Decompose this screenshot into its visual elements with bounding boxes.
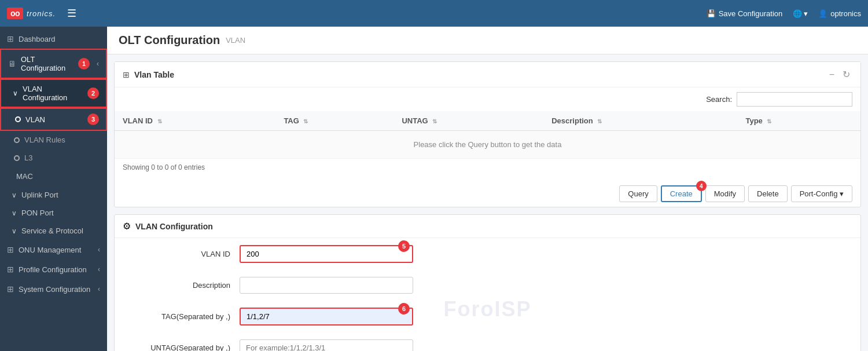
sidebar-label-service-protocol: Service & Protocol (21, 226, 83, 235)
monitor-icon: 🖥 (8, 59, 16, 68)
language-selector[interactable]: 🌐 ▾ (793, 9, 808, 18)
sidebar-item-profile-config[interactable]: ⊞ Profile Configuration ‹ (0, 259, 107, 279)
minimize-panel-button[interactable]: − (827, 68, 837, 81)
sidebar-label-dashboard: Dashboard (19, 35, 56, 43)
vlan-table-panel: ⊞ Vlan Table − ↻ Search: VLAN (114, 61, 861, 207)
sort-icon-tag[interactable]: ⇅ (303, 118, 308, 125)
delete-button[interactable]: Delete (748, 185, 788, 202)
sidebar-label-vlan-config-group: VLAN Configuration (23, 85, 83, 102)
sidebar-label-uplink-port: Uplink Port (21, 191, 58, 199)
sort-icon-type[interactable]: ⇅ (767, 118, 771, 125)
sort-icon-description[interactable]: ⇅ (597, 118, 602, 125)
step-badge-6: 6 (398, 303, 410, 315)
user-icon: 👤 (818, 9, 827, 18)
sort-icon-untag[interactable]: ⇅ (432, 118, 437, 125)
step-badge-4: 4 (696, 181, 707, 191)
sidebar-item-vlan-config-group[interactable]: ∨ VLAN Configuration 2 (0, 79, 107, 108)
sidebar-item-mac[interactable]: MAC (0, 167, 107, 186)
sidebar-item-vlan[interactable]: VLAN 3 (0, 108, 107, 131)
untag-input[interactable] (240, 339, 413, 351)
sidebar-label-l3: L3 (24, 153, 32, 162)
sidebar-item-onu-management[interactable]: ⊞ ONU Management ‹ (0, 240, 107, 259)
vlan-config-icon: ⚙ (123, 221, 131, 232)
table-empty-message: Please click the Query button to get the… (115, 131, 860, 159)
system-arrow: ‹ (98, 285, 100, 293)
sidebar-label-onu-management: ONU Management (19, 246, 81, 254)
chevron-pon-icon: ∨ (12, 209, 17, 217)
username-label: optronics (830, 9, 861, 18)
navbar: oo tronics. ☰ 💾 Save Configuration 🌐 ▾ 👤… (0, 0, 868, 27)
description-row: Description (115, 270, 860, 301)
vlan-bullet (15, 116, 21, 122)
step-badge-3: 3 (87, 114, 99, 125)
col-header-description: Description ⇅ (543, 111, 737, 131)
user-menu[interactable]: 👤 optronics (818, 9, 861, 18)
create-button[interactable]: Create 4 (661, 185, 702, 202)
sidebar-item-olt-config[interactable]: 🖥 OLT Configuration 1 ‹ (0, 49, 107, 79)
sidebar-item-dashboard[interactable]: ⊞ Dashboard (0, 29, 107, 49)
olt-config-arrow: ‹ (97, 60, 99, 68)
vlan-config-panel-header: ⚙ VLAN Configuration (115, 215, 860, 238)
save-config-button[interactable]: 💾 Save Configuration (707, 9, 783, 18)
modify-button[interactable]: Modify (705, 185, 745, 202)
col-header-tag: TAG ⇅ (275, 111, 393, 131)
step-badge-5: 5 (398, 240, 410, 252)
tag-label: TAG(Separated by ,) (126, 312, 230, 321)
vlan-id-row: VLAN ID 5 (115, 238, 860, 270)
vlan-config-panel: ⚙ VLAN Configuration ForoISP VLAN ID 5 D… (114, 214, 861, 351)
tag-input[interactable] (240, 308, 413, 326)
table-icon: ⊞ (123, 70, 130, 79)
search-label: Search: (706, 95, 732, 104)
vlan-config-title: VLAN Configuration (135, 222, 213, 231)
onu-icon: ⊞ (7, 245, 14, 254)
hamburger-menu[interactable]: ☰ (67, 7, 76, 20)
sidebar-item-pon-port[interactable]: ∨ PON Port (0, 204, 107, 222)
sidebar-item-l3[interactable]: L3 (0, 149, 107, 167)
vlan-rules-bullet (14, 137, 20, 143)
col-header-vlan-id: VLAN ID ⇅ (115, 111, 275, 131)
search-input[interactable] (737, 92, 852, 107)
lang-arrow: ▾ (804, 9, 808, 18)
refresh-panel-button[interactable]: ↻ (840, 68, 852, 81)
step-badge-1: 1 (78, 58, 90, 70)
description-input[interactable] (240, 277, 413, 294)
sidebar-item-vlan-rules[interactable]: VLAN Rules (0, 131, 107, 149)
step-badge-2: 2 (87, 87, 99, 99)
vlan-id-input[interactable] (240, 245, 413, 263)
vlan-table-panel-header: ⊞ Vlan Table − ↻ (115, 62, 860, 87)
chevron-service-icon: ∨ (12, 227, 17, 235)
sort-icon-vlan-id[interactable]: ⇅ (157, 118, 162, 125)
sidebar-label-pon-port: PON Port (21, 209, 54, 217)
port-config-button[interactable]: Port-Config ▾ (791, 185, 852, 202)
page-title: OLT Configuration (119, 34, 220, 47)
logo-text: oo (7, 8, 23, 19)
save-icon: 💾 (707, 9, 716, 18)
chevron-down-icon: ∨ (13, 89, 18, 97)
description-label: Description (126, 281, 230, 290)
l3-bullet (14, 155, 20, 161)
main-layout: ⊞ Dashboard 🖥 OLT Configuration 1 ‹ ∨ VL… (0, 27, 868, 351)
vlan-table-panel-title: Vlan Table (134, 70, 822, 79)
globe-icon: 🌐 (793, 9, 802, 18)
dashboard-icon: ⊞ (7, 34, 14, 43)
action-buttons: Query Create 4 Modify Delete Port-Config… (115, 181, 860, 207)
profile-arrow: ‹ (98, 265, 100, 273)
page-subtitle: VLAN (226, 36, 245, 45)
col-header-untag: UNTAG ⇅ (393, 111, 543, 131)
col-header-type: Type ⇅ (737, 111, 860, 131)
sidebar-label-vlan-rules: VLAN Rules (24, 136, 65, 144)
query-button[interactable]: Query (619, 185, 657, 202)
sidebar-item-service-protocol[interactable]: ∨ Service & Protocol (0, 222, 107, 240)
showing-entries: Showing 0 to 0 of 0 entries (115, 159, 860, 176)
search-row: Search: (115, 87, 860, 111)
untag-label: UNTAG(Separated by ,) (126, 343, 230, 351)
sidebar-label-system-config: System Configuration (19, 285, 90, 294)
sidebar-label-profile-config: Profile Configuration (19, 265, 87, 274)
sidebar-item-uplink-port[interactable]: ∨ Uplink Port (0, 186, 107, 204)
sidebar-label-mac: MAC (16, 172, 33, 181)
system-icon: ⊞ (7, 284, 14, 294)
onu-arrow: ‹ (98, 246, 100, 254)
sidebar-item-system-config[interactable]: ⊞ System Configuration ‹ (0, 279, 107, 299)
main-content: OLT Configuration VLAN ⊞ Vlan Table − ↻ … (107, 27, 868, 351)
profile-icon: ⊞ (7, 265, 14, 274)
